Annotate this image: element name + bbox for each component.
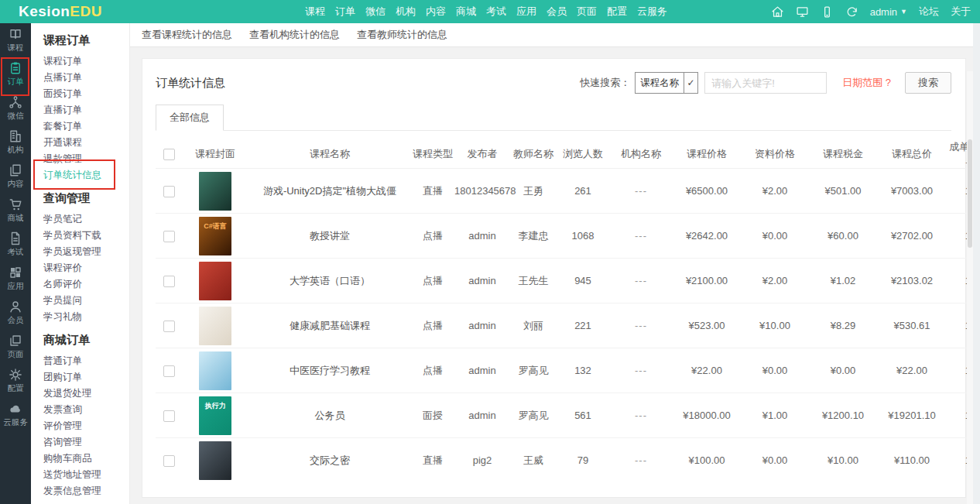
icon-rail: 课程订单微信机构内容商城考试应用会员页面配置云服务 bbox=[0, 23, 31, 504]
home-icon[interactable] bbox=[771, 5, 784, 19]
rail-item-会员[interactable]: 会员 bbox=[0, 296, 31, 330]
search-field-select[interactable]: 课程名称 ✓ bbox=[635, 72, 698, 94]
menu-item-学员资料下载[interactable]: 学员资料下载 bbox=[43, 228, 129, 244]
menu-item-发票信息管理[interactable]: 发票信息管理 bbox=[43, 483, 129, 499]
menu-item-退款管理[interactable]: 退款管理 bbox=[43, 151, 129, 167]
result-tabrow: 全部信息 bbox=[156, 105, 951, 131]
topnav-item-2[interactable]: 微信 bbox=[365, 5, 385, 19]
teacher-name: 王威 bbox=[510, 438, 557, 483]
rail-item-配置[interactable]: 配置 bbox=[0, 364, 31, 398]
menu-item-普通订单[interactable]: 普通订单 bbox=[43, 353, 129, 369]
refresh-icon[interactable] bbox=[845, 5, 858, 19]
menu-item-送货地址管理[interactable]: 送货地址管理 bbox=[43, 467, 129, 483]
grid-icon bbox=[9, 266, 22, 279]
vertical-scrollbar-thumb[interactable] bbox=[968, 139, 972, 248]
course-cover-image bbox=[199, 172, 231, 211]
menu-item-评价管理[interactable]: 评价管理 bbox=[43, 418, 129, 434]
row-checkbox[interactable] bbox=[163, 231, 175, 242]
row-checkbox[interactable] bbox=[163, 321, 175, 332]
menu-item-课程评价[interactable]: 课程评价 bbox=[43, 260, 129, 276]
course-type: 点播 bbox=[411, 214, 454, 259]
row-select-cell bbox=[156, 438, 182, 483]
breadcrumb-tab-1[interactable]: 查看机构统计的信息 bbox=[249, 28, 340, 42]
topnav-item-11[interactable]: 云服务 bbox=[637, 5, 667, 19]
rail-item-机构[interactable]: 机构 bbox=[0, 125, 31, 159]
table-row: 执行力公务员面授admin罗高见561---¥18000.00¥1.00¥120… bbox=[156, 393, 980, 438]
rail-item-内容[interactable]: 内容 bbox=[0, 159, 31, 194]
menu-item-学员返现管理[interactable]: 学员返现管理 bbox=[43, 244, 129, 260]
menu-item-购物车商品[interactable]: 购物车商品 bbox=[43, 451, 129, 467]
menu-item-面授订单[interactable]: 面授订单 bbox=[43, 86, 129, 102]
material-price: ¥2.00 bbox=[741, 259, 809, 303]
row-checkbox[interactable] bbox=[163, 276, 175, 287]
rail-item-微信[interactable]: 微信 bbox=[0, 91, 31, 125]
monitor-icon[interactable] bbox=[796, 5, 809, 19]
user-menu[interactable]: admin ▼ bbox=[870, 6, 907, 18]
date-range-link[interactable]: 日期范围 ? bbox=[842, 76, 891, 90]
topnav-item-4[interactable]: 内容 bbox=[426, 5, 446, 19]
row-checkbox[interactable] bbox=[163, 410, 175, 422]
topnav-item-1[interactable]: 订单 bbox=[335, 5, 355, 19]
course-type: 点播 bbox=[411, 303, 454, 348]
publisher: admin bbox=[454, 214, 510, 259]
mobile-icon[interactable] bbox=[821, 5, 834, 19]
course-cover-cell bbox=[182, 169, 248, 214]
menu-item-开通课程[interactable]: 开通课程 bbox=[43, 135, 129, 151]
menu-item-学习礼物[interactable]: 学习礼物 bbox=[43, 309, 129, 325]
rail-item-商城[interactable]: 商城 bbox=[0, 194, 31, 228]
rail-item-订单[interactable]: 订单 bbox=[0, 57, 31, 91]
course-price: ¥22.00 bbox=[673, 348, 741, 393]
view-count: 561 bbox=[557, 393, 609, 438]
menu-item-学员笔记[interactable]: 学员笔记 bbox=[43, 211, 129, 228]
row-checkbox[interactable] bbox=[163, 186, 175, 197]
topnav-item-6[interactable]: 考试 bbox=[486, 5, 506, 19]
breadcrumb-tab-0[interactable]: 查看课程统计的信息 bbox=[142, 28, 232, 42]
rail-item-云服务[interactable]: 云服务 bbox=[0, 398, 31, 432]
publisher: admin bbox=[454, 393, 510, 438]
rail-item-页面[interactable]: 页面 bbox=[0, 330, 31, 364]
forum-link[interactable]: 论坛 bbox=[919, 5, 939, 19]
rail-item-考试[interactable]: 考试 bbox=[0, 228, 31, 262]
menu-item-直播订单[interactable]: 直播订单 bbox=[43, 102, 129, 118]
select-all-checkbox[interactable] bbox=[163, 149, 175, 160]
topnav-item-7[interactable]: 应用 bbox=[516, 5, 536, 19]
menu-item-团购订单[interactable]: 团购订单 bbox=[43, 369, 129, 386]
topnav-item-9[interactable]: 页面 bbox=[577, 5, 597, 19]
menu-item-点播订单[interactable]: 点播订单 bbox=[43, 70, 129, 86]
topnav-item-5[interactable]: 商城 bbox=[456, 5, 476, 19]
keyword-input[interactable] bbox=[704, 72, 827, 94]
menu-item-名师评价[interactable]: 名师评价 bbox=[43, 276, 129, 293]
breadcrumb-tab-2[interactable]: 查看教师统计的信息 bbox=[357, 28, 447, 42]
topnav-item-10[interactable]: 配置 bbox=[607, 5, 627, 19]
rail-item-应用[interactable]: 应用 bbox=[0, 262, 31, 296]
course-cover-image bbox=[199, 351, 231, 390]
org-name: --- bbox=[609, 393, 673, 438]
menu-item-订单统计信息[interactable]: 订单统计信息 bbox=[43, 167, 129, 183]
menu-item-课程订单[interactable]: 课程订单 bbox=[43, 53, 129, 70]
topnav-item-0[interactable]: 课程 bbox=[305, 5, 325, 19]
rail-item-课程[interactable]: 课程 bbox=[0, 23, 31, 57]
menu-item-套餐订单[interactable]: 套餐订单 bbox=[43, 118, 129, 135]
topbar-icon-group bbox=[771, 5, 858, 19]
user-icon bbox=[9, 300, 22, 314]
about-link[interactable]: 关于 bbox=[951, 5, 971, 19]
menu-item-发退货处理[interactable]: 发退货处理 bbox=[43, 386, 129, 402]
course-tax: ¥8.29 bbox=[809, 303, 877, 348]
rail-item-label: 页面 bbox=[8, 349, 24, 360]
course-cover-text: C#语言 bbox=[204, 221, 227, 231]
search-button[interactable]: 搜索 bbox=[905, 72, 951, 94]
select-dropdown-icon: ✓ bbox=[684, 73, 697, 93]
topnav-item-3[interactable]: 机构 bbox=[396, 5, 416, 19]
course-cover-image bbox=[199, 307, 231, 345]
row-checkbox[interactable] bbox=[163, 365, 175, 377]
menu-item-咨询管理[interactable]: 咨询管理 bbox=[43, 434, 129, 451]
column-header-10: 课程总价 bbox=[877, 140, 947, 169]
tab-all-info[interactable]: 全部信息 bbox=[156, 105, 224, 131]
topnav-item-8[interactable]: 会员 bbox=[547, 5, 567, 19]
menu-item-发票查询[interactable]: 发票查询 bbox=[43, 402, 129, 418]
row-select-cell bbox=[156, 169, 182, 214]
course-name: 游戏-Unity2D搞定"植物大战僵 bbox=[248, 169, 411, 214]
row-checkbox[interactable] bbox=[163, 455, 175, 467]
table-row: 中医医疗学习教程点播admin罗高见132---¥22.00¥0.00¥0.00… bbox=[156, 348, 980, 393]
menu-item-学员提问[interactable]: 学员提问 bbox=[43, 293, 129, 309]
